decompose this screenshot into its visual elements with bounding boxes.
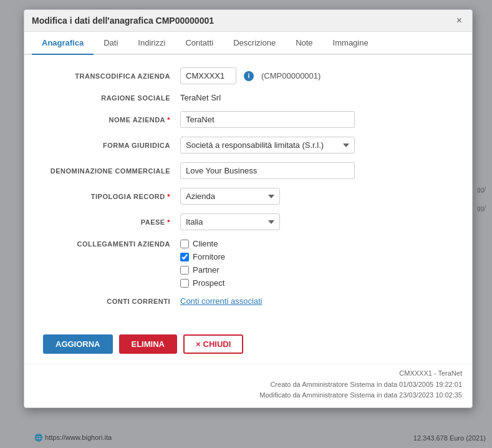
denominazione-input[interactable] [180,162,355,179]
elimina-button[interactable]: ELIMINA [119,334,177,354]
prospect-checkbox-row[interactable]: Prospect [180,278,225,288]
tab-contatti[interactable]: Contatti [175,32,223,55]
denominazione-row: DENOMINAZIONE COMMERCIALE [43,162,453,179]
tipologia-select[interactable]: Azienda Persona [180,188,280,205]
cmp-code: (CMP00000001) [261,71,321,80]
modal-header: Modifica i dati dell'anagrafica CMP00000… [24,10,472,32]
tab-anagrafica[interactable]: Anagrafica [32,32,94,55]
ragione-sociale-label: RAGIONE SOCIALE [43,94,180,102]
paese-select[interactable]: Italia Francia Germania Spagna [180,213,280,230]
modal-status: CMXXXX1 - TeraNet Creato da Amministrato… [24,364,472,407]
tipologia-label: TIPOLOGIA RECORD [43,193,180,200]
nome-azienda-input[interactable] [180,111,355,128]
prospect-checkbox[interactable] [180,279,189,288]
status-line2: Creato da Amministratore Sistema in data… [34,379,462,391]
ragione-sociale-row: RAGIONE SOCIALE TeraNet Srl [43,93,453,102]
chiudi-label: CHIUDI [203,339,231,349]
transcodifica-row: TRANSCODIFICA AZIENDA i (CMP00000001) [43,67,453,84]
tab-bar: Anagrafica Dati Indirizzi Contatti Descr… [24,32,472,55]
fornitore-checkbox[interactable] [180,253,189,261]
collegamenti-row: COLLEGAMENTI AZIENDA Cliente Fornitore P… [43,239,453,288]
collegamenti-label: COLLEGAMENTI AZIENDA [43,239,180,248]
conti-correnti-link[interactable]: Conti correnti associati [180,296,263,306]
cliente-label: Cliente [193,239,218,248]
modal-footer: AGGIORNA ELIMINA × CHIUDI [24,327,472,364]
transcodifica-label: TRANSCODIFICA AZIENDA [43,72,180,80]
status-line3: Modificato da Amministratore Sistema in … [34,390,462,401]
paese-row: PAESE Italia Francia Germania Spagna [43,213,453,230]
form-body: TRANSCODIFICA AZIENDA i (CMP00000001) RA… [24,55,472,327]
collegamenti-group: Cliente Fornitore Partner Prospect [180,239,225,288]
tab-note[interactable]: Note [286,32,322,55]
tab-dati[interactable]: Dati [94,32,128,55]
conti-correnti-label: CONTI CORRENTI [43,298,180,305]
conti-correnti-row: CONTI CORRENTI Conti correnti associati [43,296,453,306]
tab-immagine[interactable]: Immagine [323,32,379,55]
tab-descrizione[interactable]: Descrizione [223,32,286,55]
prospect-label: Prospect [193,278,224,288]
nome-azienda-label: NOME AZIENDA [43,116,180,124]
transcodifica-input[interactable] [180,67,236,84]
partner-checkbox[interactable] [180,266,189,275]
chiudi-button[interactable]: × CHIUDI [183,334,243,354]
status-line1: CMXXXX1 - TeraNet [34,368,462,379]
info-icon[interactable]: i [244,71,254,81]
modal-title: Modifica i dati dell'anagrafica CMP00000… [32,16,214,26]
fornitore-label: Fornitore [193,252,225,261]
chiudi-icon: × [196,339,201,349]
denominazione-label: DENOMINAZIONE COMMERCIALE [43,167,180,175]
partner-checkbox-row[interactable]: Partner [180,265,225,275]
cliente-checkbox[interactable] [180,240,189,248]
tab-indirizzi[interactable]: Indirizzi [128,32,175,55]
cliente-checkbox-row[interactable]: Cliente [180,239,225,248]
modal-close-button[interactable]: × [454,15,465,26]
ragione-sociale-value: TeraNet Srl [180,93,221,102]
forma-giuridica-row: FORMA GIURIDICA Società a responsabilità… [43,137,453,153]
paese-label: PAESE [43,218,180,226]
partner-label: Partner [193,265,219,275]
fornitore-checkbox-row[interactable]: Fornitore [180,252,225,261]
forma-giuridica-select[interactable]: Società a responsabilità limitata (S.r.l… [180,137,355,153]
aggiorna-button[interactable]: AGGIORNA [43,334,113,354]
tipologia-row: TIPOLOGIA RECORD Azienda Persona [43,188,453,205]
nome-azienda-row: NOME AZIENDA [43,111,453,128]
forma-giuridica-label: FORMA GIURIDICA [43,142,180,149]
modal-dialog: Modifica i dati dell'anagrafica CMP00000… [24,9,473,408]
